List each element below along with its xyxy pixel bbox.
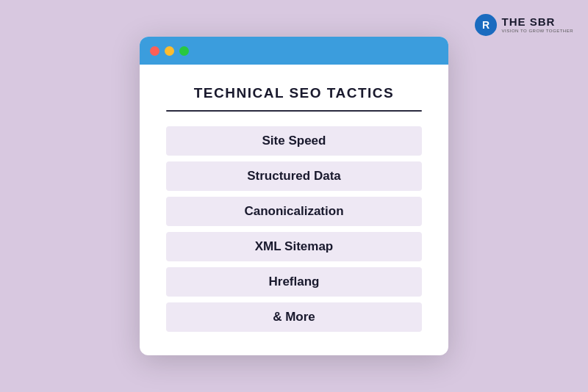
tactic-list: Site SpeedStructured DataCanonicalizatio… (166, 126, 422, 332)
close-dot[interactable] (150, 46, 159, 56)
logo: R THE SBR VISION TO GROW TOGETHER (474, 13, 573, 37)
browser-window: TECHNICAL SEO TACTICS Site SpeedStructur… (140, 37, 448, 355)
logo-icon: R (474, 13, 498, 37)
list-item: Site Speed (166, 126, 422, 156)
title-divider (166, 110, 422, 112)
list-item: XML Sitemap (166, 232, 422, 261)
minimize-dot[interactable] (165, 46, 174, 56)
browser-titlebar (140, 37, 448, 65)
list-item: Canonicalization (166, 197, 422, 226)
svg-text:R: R (482, 19, 490, 31)
browser-content: TECHNICAL SEO TACTICS Site SpeedStructur… (140, 65, 448, 355)
maximize-dot[interactable] (179, 46, 189, 56)
logo-tagline: VISION TO GROW TOGETHER (502, 29, 573, 34)
list-item: & More (166, 302, 422, 332)
page-title: TECHNICAL SEO TACTICS (166, 85, 422, 101)
list-item: Hreflang (166, 267, 422, 297)
logo-name: THE SBR (502, 16, 573, 29)
list-item: Structured Data (166, 161, 422, 191)
